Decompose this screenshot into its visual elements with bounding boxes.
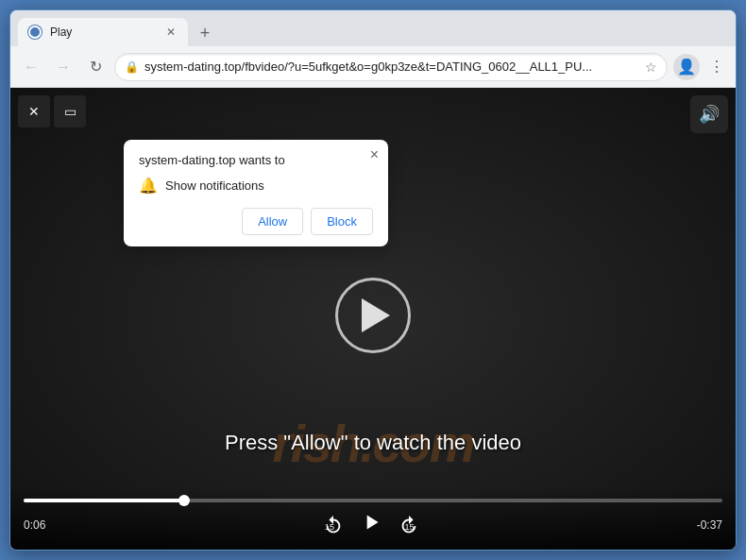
back-icon: ← [24,59,39,76]
play-circle[interactable] [335,278,411,353]
popup-buttons: Allow Block [139,208,373,235]
tab-favicon [27,25,42,40]
rewind-button[interactable]: 15 [323,515,344,535]
bookmark-icon[interactable]: ☆ [645,59,657,75]
url-bar[interactable]: 🔒 system-dating.top/fbvideo/?u=5ufkget&o… [114,53,668,81]
reload-button[interactable]: ↻ [82,54,109,80]
popup-close-button[interactable]: × [370,147,379,162]
forward-button[interactable]: → [50,54,76,80]
back-button[interactable]: ← [18,54,44,80]
tab-bar: Play ✕ + [10,10,736,46]
block-button[interactable]: Block [311,208,373,235]
progress-dot [178,495,190,506]
volume-button[interactable]: 🔊 [690,95,728,133]
notification-popup: × system-dating.top wants to 🔔 Show noti… [124,140,388,246]
active-tab[interactable]: Play ✕ [18,18,188,46]
bell-icon: 🔔 [139,177,158,195]
popup-title: system-dating.top wants to [139,153,373,167]
allow-button[interactable]: Allow [242,208,303,235]
permission-text: Show notifications [165,178,264,193]
video-bottom-controls: 0:06 15 15 [10,487,736,550]
bottom-center-controls: 15 15 [323,510,419,540]
progress-fill [24,499,184,502]
person-icon: 👤 [677,58,696,76]
new-tab-button[interactable]: + [192,20,218,46]
tab-close-button[interactable]: ✕ [163,25,178,40]
time-remaining: -0:37 [697,518,722,532]
forward-button[interactable]: 15 [398,515,419,535]
volume-icon: 🔊 [699,104,720,125]
video-top-controls: ✕ ▭ [18,95,86,127]
url-text: system-dating.top/fbvideo/?u=5ufkget&o=g… [144,59,639,74]
play-pause-button[interactable] [359,510,383,540]
tab-title: Play [50,25,156,39]
lock-icon: 🔒 [125,60,139,74]
info-icon: ▭ [64,104,76,119]
info-button[interactable]: ▭ [54,95,86,127]
close-video-button[interactable]: ✕ [18,95,50,127]
progress-bar[interactable] [24,499,722,502]
x-icon: ✕ [28,104,40,119]
play-triangle-icon [362,298,390,332]
forward-icon: → [56,59,71,76]
menu-button[interactable]: ⋮ [705,54,728,79]
bottom-row: 0:06 15 15 [24,510,722,540]
popup-permission-row: 🔔 Show notifications [139,177,373,195]
profile-button[interactable]: 👤 [673,54,700,80]
reload-icon: ↻ [90,58,102,76]
browser-window: Play ✕ + ← → ↻ 🔒 system-dating.top/fbvid… [9,9,737,551]
video-container: rish.com Press "Allow" to watch the vide… [10,88,736,550]
press-allow-text: Press "Allow" to watch the video [225,431,521,455]
address-bar: ← → ↻ 🔒 system-dating.top/fbvideo/?u=5uf… [10,46,736,88]
time-current: 0:06 [24,518,45,532]
